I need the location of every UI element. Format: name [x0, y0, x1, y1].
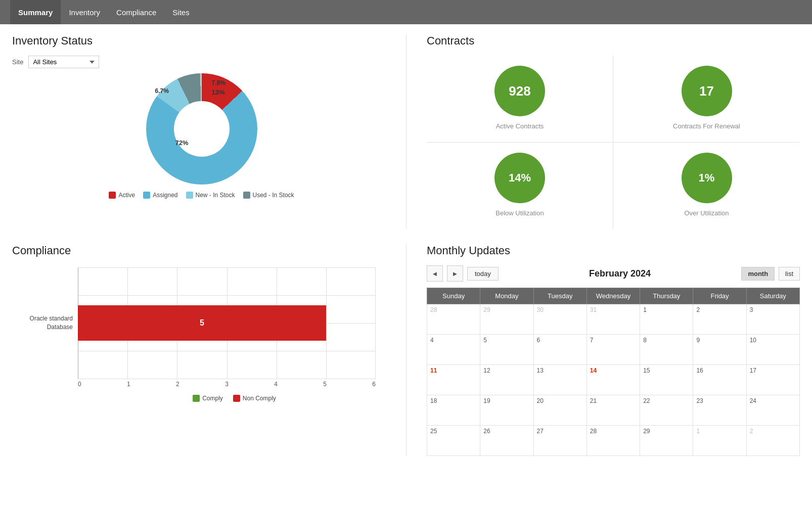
- cal-cell-w1-d5[interactable]: 9: [693, 335, 746, 365]
- legend-label-used: Used - In Stock: [253, 192, 294, 199]
- weekday-wednesday: Wednesday: [587, 288, 640, 304]
- label-active: 13%: [212, 88, 225, 96]
- cal-cell-w0-d3[interactable]: 31: [587, 304, 640, 335]
- contract-active-label: Active Contracts: [496, 122, 544, 130]
- cal-cell-w1-d2[interactable]: 6: [533, 335, 587, 365]
- cal-cell-w0-d4[interactable]: 1: [640, 304, 693, 335]
- cal-cell-w4-d6[interactable]: 2: [746, 426, 799, 456]
- contract-active: 928 Active Contracts: [427, 56, 613, 143]
- cal-cell-w1-d6[interactable]: 10: [746, 335, 799, 365]
- cal-cell-w1-d4[interactable]: 8: [640, 335, 693, 365]
- cal-cell-w1-d3[interactable]: 7: [587, 335, 640, 365]
- contract-renewal: 17 Contracts For Renewal: [613, 56, 800, 143]
- site-select[interactable]: All Sites: [28, 56, 99, 68]
- cal-cell-w4-d3[interactable]: 28: [587, 426, 640, 456]
- cal-cell-w2-d5[interactable]: 16: [693, 365, 746, 395]
- donut-chart: 13% 72% 7.8% 6.7%: [146, 73, 257, 185]
- xaxis-row: 0 1 2 3 4 5 6: [78, 381, 376, 388]
- legend-label-comply: Comply: [202, 395, 223, 402]
- list-view-button[interactable]: list: [779, 267, 800, 281]
- cal-cell-w0-d6[interactable]: 3: [746, 304, 799, 335]
- contract-over: 1% Over Utilization: [613, 143, 800, 229]
- monthly-section: Monthly Updates ◄ ► today February 2024 …: [406, 244, 800, 456]
- legend-color-used: [243, 192, 250, 199]
- bar-chart-area: Oracle standardDatabase: [12, 267, 391, 409]
- cal-cell-w2-d4[interactable]: 15: [640, 365, 693, 395]
- legend-label-assigned: Assigned: [153, 192, 177, 199]
- cal-cell-w3-d5[interactable]: 23: [693, 395, 746, 426]
- legend-label-new: New - In Stock: [196, 192, 235, 199]
- weekday-monday: Monday: [480, 288, 533, 304]
- weekday-friday: Friday: [693, 288, 746, 304]
- contracts-section: Contracts 928 Active Contracts 17 Contra…: [406, 34, 800, 229]
- next-month-button[interactable]: ►: [447, 265, 463, 282]
- monthly-title: Monthly Updates: [427, 244, 800, 257]
- legend-active: Active: [109, 192, 135, 199]
- label-used-stock: 6.7%: [155, 87, 169, 95]
- cal-cell-w3-d2[interactable]: 20: [533, 395, 587, 426]
- cal-cell-w2-d3[interactable]: 14: [587, 365, 640, 395]
- bar-chart-inner: 5: [78, 267, 376, 379]
- cal-cell-w1-d0[interactable]: 4: [427, 335, 480, 365]
- nav-item-inventory[interactable]: Inventory: [61, 0, 108, 24]
- cal-cell-w0-d2[interactable]: 30: [533, 304, 587, 335]
- contract-active-badge: 928: [494, 66, 545, 116]
- legend-color-noncomply: [233, 395, 240, 402]
- compliance-section: Compliance Oracle standardDatabase: [12, 244, 406, 456]
- label-assigned: 72%: [175, 139, 189, 147]
- cal-cell-w4-d5[interactable]: 1: [693, 426, 746, 456]
- today-button[interactable]: today: [467, 267, 499, 281]
- cal-cell-w1-d1[interactable]: 5: [480, 335, 533, 365]
- compliance-legend: Comply Non Comply: [78, 395, 391, 402]
- contract-renewal-badge: 17: [682, 66, 732, 116]
- legend-color-assigned: [143, 192, 150, 199]
- label-new-stock: 7.8%: [212, 79, 225, 86]
- weekday-sunday: Sunday: [427, 288, 480, 304]
- legend-comply: Comply: [193, 395, 223, 402]
- cal-cell-w3-d1[interactable]: 19: [480, 395, 533, 426]
- legend-noncomply: Non Comply: [233, 395, 276, 402]
- donut-hole: [174, 101, 230, 157]
- legend-color-active: [109, 192, 116, 199]
- legend-used-stock: Used - In Stock: [243, 192, 294, 199]
- cal-cell-w2-d2[interactable]: 13: [533, 365, 587, 395]
- cal-cell-w2-d1[interactable]: 12: [480, 365, 533, 395]
- cal-cell-w0-d0[interactable]: 28: [427, 304, 480, 335]
- cal-cell-w3-d0[interactable]: 18: [427, 395, 480, 426]
- cal-cell-w4-d2[interactable]: 27: [533, 426, 587, 456]
- contracts-title: Contracts: [427, 34, 800, 48]
- contract-over-badge: 1%: [682, 153, 732, 203]
- prev-month-button[interactable]: ◄: [427, 265, 443, 282]
- cal-cell-w3-d4[interactable]: 22: [640, 395, 693, 426]
- legend-color-comply: [193, 395, 200, 402]
- bar-y-label: Oracle standardDatabase: [30, 314, 73, 332]
- xaxis-3: 3: [225, 381, 229, 388]
- xaxis-4: 4: [274, 381, 278, 388]
- cal-cell-w0-d1[interactable]: 29: [480, 304, 533, 335]
- cal-cell-w0-d5[interactable]: 2: [693, 304, 746, 335]
- cal-cell-w3-d6[interactable]: 24: [746, 395, 799, 426]
- vgrid-6: [375, 267, 376, 379]
- weekday-thursday: Thursday: [640, 288, 693, 304]
- nav-item-sites[interactable]: Sites: [164, 0, 197, 24]
- cal-cell-w4-d0[interactable]: 25: [427, 426, 480, 456]
- bar-value-label: 5: [200, 318, 204, 328]
- weekday-saturday: Saturday: [746, 288, 799, 304]
- contract-below: 14% Below Utilization: [427, 143, 613, 229]
- inventory-section: Inventory Status Site All Sites: [12, 34, 406, 229]
- weekday-tuesday: Tuesday: [533, 288, 587, 304]
- month-view-button[interactable]: month: [741, 267, 775, 281]
- cal-cell-w4-d4[interactable]: 29: [640, 426, 693, 456]
- nav-item-compliance[interactable]: Compliance: [108, 0, 164, 24]
- donut-legend: Active Assigned New - In Stock Used - In…: [109, 192, 294, 199]
- xaxis-6: 6: [372, 381, 376, 388]
- cal-cell-w3-d3[interactable]: 21: [587, 395, 640, 426]
- nav-item-summary[interactable]: Summary: [10, 0, 61, 24]
- site-label: Site: [12, 58, 23, 66]
- calendar: Sunday Monday Tuesday Wednesday Thursday…: [427, 288, 800, 456]
- navbar: SummaryInventoryComplianceSites: [0, 0, 812, 24]
- xaxis-0: 0: [78, 381, 81, 388]
- cal-cell-w2-d0[interactable]: 11: [427, 365, 480, 395]
- cal-cell-w2-d6[interactable]: 17: [746, 365, 799, 395]
- cal-cell-w4-d1[interactable]: 26: [480, 426, 533, 456]
